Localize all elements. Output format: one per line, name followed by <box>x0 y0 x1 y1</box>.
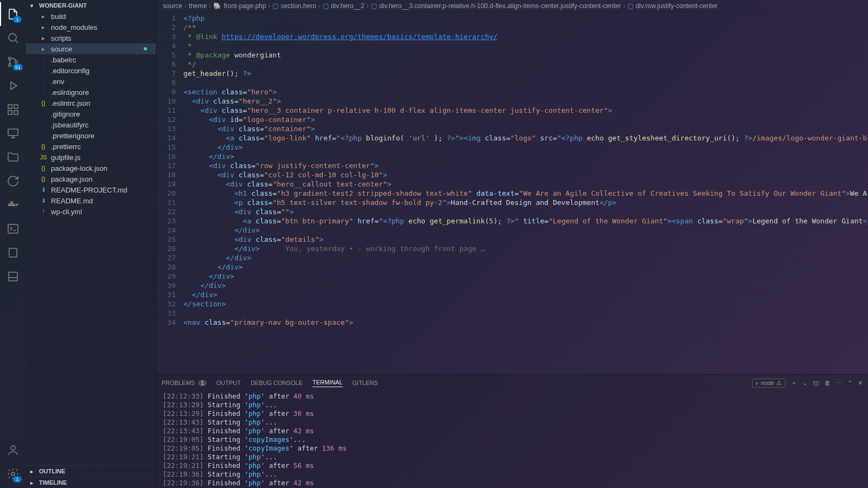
bookmark-icon[interactable] <box>0 241 26 265</box>
code-line[interactable]: <a class="logo-link" href="<?php bloginf… <box>183 133 868 143</box>
breadcrumb-item[interactable]: theme <box>189 2 207 10</box>
code-line[interactable]: <div class=""> <box>183 207 868 216</box>
code-line[interactable]: get_header(); ?> <box>183 69 868 78</box>
folder-item[interactable]: ▸source <box>26 43 156 54</box>
code-line[interactable] <box>183 78 868 87</box>
code-line[interactable]: <div class="hero__2"> <box>183 97 868 106</box>
svg-point-3 <box>15 61 18 63</box>
file-item[interactable]: ·.env <box>26 76 156 87</box>
code-line[interactable]: <h1 class="h3 gradient-test2 stripped-sh… <box>183 189 868 198</box>
maximize-panel-icon[interactable]: ⌃ <box>847 380 852 387</box>
breadcrumb-item[interactable]: ▢div.hero__3.container.p-relative.h-100.… <box>371 2 621 10</box>
code-line[interactable]: <div class="hero__callout text-center"> <box>183 179 868 189</box>
file-name: .prettierrc <box>51 143 81 151</box>
tab-output[interactable]: OUTPUT <box>216 380 241 386</box>
sync-icon[interactable] <box>0 169 26 193</box>
code-line[interactable]: </div> <box>183 152 868 161</box>
file-item[interactable]: ·.editorconfig <box>26 65 156 76</box>
code-line[interactable]: */ <box>183 60 868 69</box>
code-line[interactable]: <a class="btn btn-primary" href="<?php e… <box>183 216 868 226</box>
extensions-icon[interactable] <box>0 98 26 121</box>
docker-icon[interactable] <box>0 193 26 217</box>
tab-terminal[interactable]: TERMINAL <box>312 379 343 387</box>
code-line[interactable]: <div class="hero__3 container p-relative… <box>183 106 868 115</box>
panel-icon[interactable] <box>0 265 26 288</box>
code-line[interactable]: * @package wondergiant <box>183 50 868 60</box>
code-line[interactable]: * <box>183 41 868 50</box>
remote-icon[interactable] <box>0 121 26 145</box>
explorer-icon[interactable]: 1 <box>0 2 26 26</box>
file-item[interactable]: ·.babelrc <box>26 54 156 65</box>
breadcrumb-item[interactable]: source <box>163 2 182 10</box>
file-item[interactable]: ·.jsbeautifyrc <box>26 119 156 130</box>
terminal-selector[interactable]: ▹ node ⚠ <box>752 378 786 388</box>
breadcrumbs[interactable]: source›theme›🐘front-page.php›▢section.he… <box>156 0 868 12</box>
close-panel-icon[interactable]: ✕ <box>858 380 863 387</box>
file-item[interactable]: {}package.json <box>26 174 156 184</box>
code-line[interactable]: </div> <box>183 272 868 281</box>
project-root-header[interactable]: ▾ WONDER-GIANT <box>26 0 156 11</box>
terminal-line: [22:13:43] Finished 'php' after 42 ms <box>163 427 861 435</box>
kill-terminal-icon[interactable]: 🗑 <box>825 380 831 386</box>
code-line[interactable]: </div> <box>183 253 868 262</box>
file-item[interactable]: {}.eslintrc.json <box>26 98 156 108</box>
code-line[interactable]: <p class="h5 text-silver text-shadow fw-… <box>183 198 868 207</box>
tab-gitlens[interactable]: GITLENS <box>353 380 378 386</box>
more-actions-icon[interactable]: ⋯ <box>836 380 842 387</box>
code-line[interactable]: /** <box>183 23 868 32</box>
code-line[interactable]: </div> You, yesterday • - working throug… <box>183 244 868 253</box>
file-item[interactable]: ⬇README-PROJECT.md <box>26 184 156 195</box>
file-item[interactable]: ·.gitignore <box>26 108 156 119</box>
file-item[interactable]: {}.prettierrc <box>26 141 156 152</box>
code-line[interactable]: <div class="container"> <box>183 124 868 133</box>
code-line[interactable]: <div id="logo-container"> <box>183 115 868 124</box>
code-line[interactable]: </div> <box>183 281 868 290</box>
code-line[interactable]: <nav class="primary-nav bg-outer-space"> <box>183 318 868 327</box>
code-area[interactable]: <?php/** * @link https://developer.wordp… <box>183 12 868 374</box>
file-item[interactable]: ·.eslintignore <box>26 87 156 98</box>
folder-item[interactable]: ▸node_modules <box>26 22 156 33</box>
folder-item[interactable]: ▸build <box>26 11 156 22</box>
code-line[interactable]: * @link https://developer.wordpress.org/… <box>183 32 868 41</box>
timeline-section[interactable]: ▸ TIMELINE <box>26 477 156 488</box>
outline-section[interactable]: ▸ OUTLINE <box>26 465 156 477</box>
terminal-icon[interactable] <box>0 217 26 241</box>
file-item[interactable]: JSgulpfile.js <box>26 152 156 163</box>
breadcrumb-item[interactable]: ▢div.row.justify-content-center <box>628 2 718 10</box>
file-item[interactable]: !wp-cli.yml <box>26 206 156 217</box>
code-line[interactable]: </div> <box>183 143 868 152</box>
code-line[interactable]: <div class="col-12 col-md-10 col-lg-10"> <box>183 170 868 179</box>
file-tree[interactable]: ▸build▸node_modules▸scripts▸source·.babe… <box>26 11 156 465</box>
tab-debug-console[interactable]: DEBUG CONSOLE <box>251 380 303 386</box>
svg-point-16 <box>11 446 15 450</box>
code-line[interactable]: <div class="details"> <box>183 235 868 244</box>
breadcrumb-item[interactable]: 🐘front-page.php <box>213 2 266 10</box>
code-line[interactable]: </section> <box>183 299 868 309</box>
code-line[interactable]: <section class="hero"> <box>183 87 868 97</box>
code-line[interactable]: <div class="row justify-content-center"> <box>183 161 868 170</box>
terminal-output[interactable]: [22:12:33] Finished 'php' after 40 ms[22… <box>156 391 868 488</box>
settings-icon[interactable]: 1 <box>0 462 26 486</box>
new-terminal-icon[interactable]: ＋ <box>791 379 797 387</box>
code-line[interactable]: </div> <box>183 226 868 235</box>
file-name: scripts <box>51 34 72 42</box>
file-item[interactable]: ⬇README.md <box>26 195 156 206</box>
account-icon[interactable] <box>0 438 26 462</box>
breadcrumb-item[interactable]: ▢div.hero__2 <box>323 2 365 10</box>
file-item[interactable]: {}package-lock.json <box>26 163 156 174</box>
debug-icon[interactable] <box>0 74 26 98</box>
folder-item[interactable]: ▸scripts <box>26 33 156 43</box>
breadcrumb-item[interactable]: ▢section.hero <box>272 2 316 10</box>
tab-problems[interactable]: PROBLEMS 1 <box>162 380 207 386</box>
code-line[interactable]: </div> <box>183 290 868 299</box>
code-line[interactable] <box>183 309 868 318</box>
split-terminal-icon[interactable]: ▯▯ <box>813 380 819 387</box>
folder-icon[interactable] <box>0 145 26 169</box>
file-item[interactable]: ·.prettierignore <box>26 130 156 141</box>
source-control-icon[interactable]: 51 <box>0 50 26 74</box>
code-line[interactable]: <?php <box>183 14 868 23</box>
code-line[interactable]: </div> <box>183 262 868 272</box>
search-icon[interactable] <box>0 26 26 50</box>
terminal-dropdown-icon[interactable]: ⌄ <box>802 380 807 387</box>
editor[interactable]: 1234567891011121314151617181920212223242… <box>156 12 868 374</box>
